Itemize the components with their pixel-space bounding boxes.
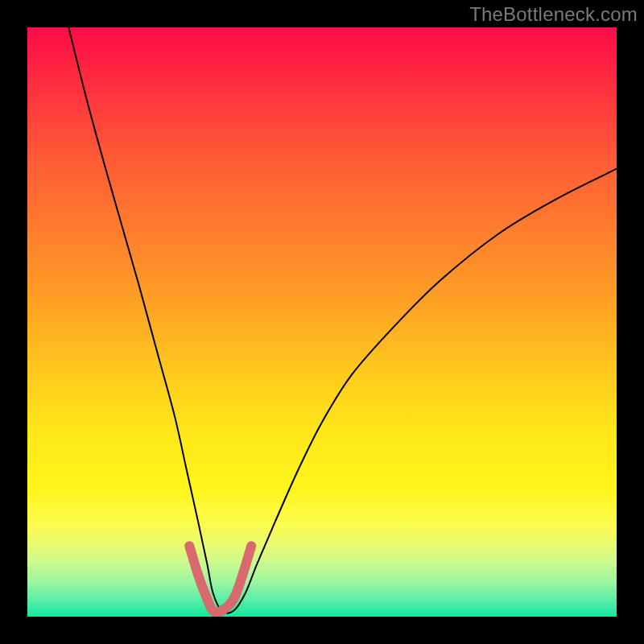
pink-segment	[189, 546, 251, 612]
chart-frame: TheBottleneck.com	[0, 0, 644, 644]
curves-svg	[27, 27, 617, 617]
black-curve	[68, 27, 617, 613]
plot-area	[27, 27, 617, 617]
watermark-text: TheBottleneck.com	[469, 3, 638, 26]
